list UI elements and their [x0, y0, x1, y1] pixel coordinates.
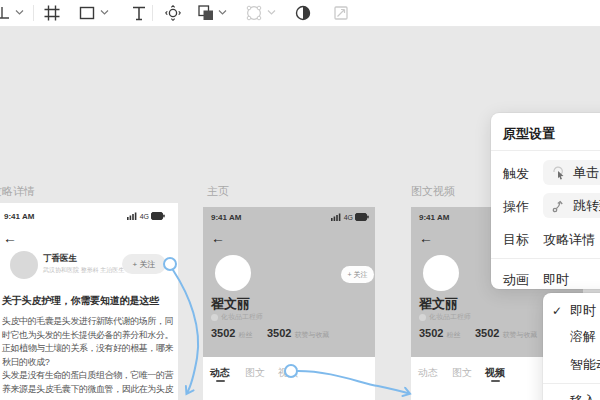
- rectangle-tool-icon[interactable]: [79, 5, 95, 21]
- toolbar: [0, 0, 600, 27]
- signal-bars-icon: [331, 213, 342, 221]
- frame-title-guide-detail[interactable]: 攻略详情: [0, 184, 35, 199]
- connector-arrow-icon: [552, 199, 566, 213]
- profile-avatar[interactable]: [215, 255, 251, 291]
- menu-item-smart-animate[interactable]: 智能动画: [543, 351, 600, 379]
- trigger-value: 单击: [573, 164, 599, 182]
- check-icon: ✓: [552, 297, 562, 325]
- menu-item-instant[interactable]: ✓ 即时: [543, 297, 600, 325]
- prototype-settings-panel: 原型设置 触发 单击 操作 跳转到 目标 攻略详情 动画 即时: [491, 113, 600, 289]
- fans-label: 粉丝: [238, 330, 252, 340]
- move-tool-icon[interactable]: [0, 5, 12, 21]
- panel-divider: [491, 150, 600, 151]
- back-arrow-icon[interactable]: ←: [211, 231, 225, 245]
- fans-label: 粉丝: [446, 330, 460, 340]
- profile-name: 翟文丽: [211, 295, 250, 313]
- likes-count: 3502: [475, 327, 499, 339]
- animation-label: 动画: [503, 271, 529, 289]
- frame-guide-detail[interactable]: 9:41 AM 4G ← 丁香医生 武汉协和医院 整形科 主治医生 + 关注 关…: [0, 203, 178, 400]
- boolean-shapes-tool-icon[interactable]: [198, 5, 214, 21]
- mask-tool-icon[interactable]: [295, 5, 311, 21]
- frame-title-home[interactable]: 主页: [207, 184, 229, 199]
- profile-name: 翟文丽: [419, 295, 458, 313]
- slice-tool-icon[interactable]: [333, 5, 349, 21]
- battery-icon: [151, 212, 165, 220]
- tab-video[interactable]: 视频: [278, 366, 298, 380]
- article-line: 秋日的收成?: [2, 356, 178, 370]
- action-label: 操作: [503, 198, 529, 216]
- article-line: 头发是没有生命的蛋白质组合物，它唯一的营: [2, 369, 178, 383]
- battery-icon: [355, 213, 369, 221]
- fans-count: 3502: [211, 327, 235, 339]
- tab-active-underline: [216, 380, 225, 382]
- role-label: 化妆品工程师: [221, 312, 263, 322]
- article-line: 头皮中的毛囊是头发进行新陈代谢的场所，同: [2, 315, 178, 329]
- likes-label: 获赞与收藏: [502, 330, 537, 340]
- action-select[interactable]: 跳转到: [543, 193, 600, 218]
- back-arrow-icon[interactable]: ←: [419, 231, 433, 245]
- toolbar-divider: [33, 5, 34, 21]
- text-tool-icon[interactable]: [131, 5, 147, 21]
- profile-role: 化妆品工程师: [419, 312, 471, 322]
- chevron-down-icon[interactable]: [15, 9, 24, 16]
- cursor-click-icon: [552, 166, 566, 180]
- menu-item-label: 移入: [570, 393, 596, 400]
- panel-title: 原型设置: [503, 125, 555, 143]
- follow-button[interactable]: + 关注: [122, 254, 166, 274]
- network-label: 4G: [344, 214, 353, 221]
- likes-count: 3502: [267, 327, 291, 339]
- chevron-down-icon[interactable]: [267, 9, 276, 16]
- menu-item-label: 溶解: [570, 329, 596, 344]
- design-canvas: 攻略详情 9:41 AM 4G ← 丁香医生 武汉协和医院 整形科 主治医生 +…: [0, 0, 600, 400]
- status-time: 9:41 AM: [419, 213, 449, 222]
- frame-title-media-video[interactable]: 图文视频: [411, 184, 455, 199]
- status-time: 9:41 AM: [211, 213, 241, 222]
- frame-home[interactable]: 9:41 AM 4G ← + 关注 翟文丽 化妆品工程师 3502 粉丝 350…: [203, 207, 375, 400]
- menu-item-label: 智能动画: [570, 357, 600, 372]
- menu-divider: [543, 383, 600, 384]
- author-avatar[interactable]: [10, 251, 38, 279]
- author-meta: 武汉协和医院 整形科 主治医生: [43, 266, 124, 275]
- trigger-select[interactable]: 单击: [543, 160, 600, 185]
- likes-label: 获赞与收藏: [294, 330, 329, 340]
- article-title: 关于头皮护理，你需要知道的是这些: [2, 294, 159, 308]
- article-line: 正如植物与土壤的关系，没有好的根基，哪来: [2, 342, 178, 356]
- profile-avatar[interactable]: [423, 255, 459, 291]
- back-arrow-icon[interactable]: ←: [3, 231, 17, 245]
- chevron-down-icon[interactable]: [218, 9, 227, 16]
- role-label: 化妆品工程师: [429, 312, 471, 322]
- likes-stat: 3502 获赞与收藏: [267, 327, 329, 340]
- menu-item-move-in[interactable]: 移入: [543, 387, 600, 400]
- article-line: 养来源是头皮毛囊下的微血管，因此在为头皮: [2, 383, 178, 397]
- tab-video[interactable]: 视频: [485, 366, 505, 380]
- action-value: 跳转到: [573, 197, 600, 215]
- chevron-down-icon[interactable]: [100, 9, 109, 16]
- toolbar-divider: [152, 5, 153, 21]
- article-body: 头皮中的毛囊是头发进行新陈代谢的场所，同 时它也为头发的生长提供必备的养分和水分…: [2, 315, 178, 396]
- profile-role: 化妆品工程师: [211, 312, 263, 322]
- status-network: 4G: [127, 212, 165, 220]
- tab-media[interactable]: 图文: [452, 366, 472, 380]
- network-label: 4G: [140, 213, 149, 220]
- transform-tool-icon[interactable]: [165, 5, 181, 21]
- frame-tool-icon[interactable]: [44, 5, 60, 21]
- target-value[interactable]: 攻略详情: [543, 231, 595, 249]
- tab-dynamic[interactable]: 动态: [418, 366, 438, 380]
- target-label: 目标: [503, 231, 529, 249]
- tab-dynamic[interactable]: 动态: [210, 366, 230, 380]
- follow-button[interactable]: + 关注: [341, 266, 374, 283]
- panel-divider: [491, 258, 600, 259]
- trigger-label: 触发: [503, 165, 529, 183]
- role-badge-icon: [211, 314, 218, 321]
- menu-item-dissolve[interactable]: 溶解: [543, 323, 600, 351]
- fans-stat: 3502 粉丝: [211, 327, 252, 340]
- tab-active-underline: [491, 380, 500, 382]
- likes-stat: 3502 获赞与收藏: [475, 327, 537, 340]
- article-line: 时它也为头发的生长提供必备的养分和水分。: [2, 329, 178, 343]
- role-badge-icon: [419, 314, 426, 321]
- author-name: 丁香医生: [43, 253, 77, 265]
- tab-media[interactable]: 图文: [245, 366, 265, 380]
- animation-value[interactable]: 即时: [543, 271, 569, 289]
- fans-count: 3502: [419, 327, 443, 339]
- vector-tool-icon[interactable]: [246, 5, 262, 21]
